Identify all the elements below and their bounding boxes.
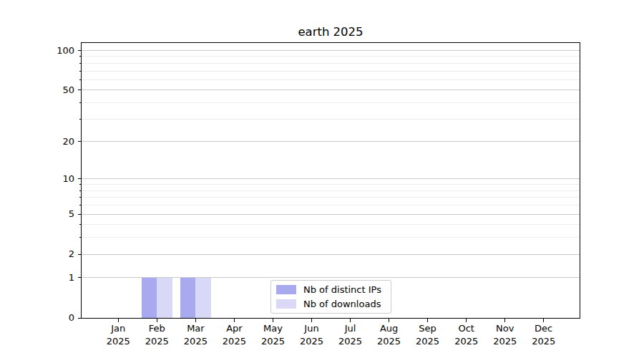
legend-swatch-distinct-ips xyxy=(276,285,296,294)
y-tick-label: 5 xyxy=(24,209,74,219)
y-tick-mark xyxy=(78,50,82,51)
y-tick-mark xyxy=(78,141,82,142)
x-tick-month: Dec xyxy=(521,322,567,335)
legend-swatch-downloads xyxy=(276,299,296,309)
bar-distinct-ips-mar xyxy=(180,278,196,318)
y-minor-tick-mark xyxy=(79,119,82,120)
gridline-minor xyxy=(82,197,580,198)
y-tick-mark xyxy=(78,214,82,215)
legend-item: Nb of distinct IPs xyxy=(276,284,391,296)
gridline-minor xyxy=(82,184,580,185)
x-tick-label-dec: Dec2025 xyxy=(521,322,567,347)
gridline-minor xyxy=(82,102,580,103)
y-minor-tick-mark xyxy=(79,102,82,103)
gridline-minor xyxy=(82,237,580,238)
y-minor-tick-mark xyxy=(79,237,82,238)
gridline-minor xyxy=(82,63,580,64)
gridline-minor xyxy=(82,119,580,120)
y-minor-tick-mark xyxy=(79,71,82,72)
y-tick-mark xyxy=(78,90,82,90)
gridline-minor xyxy=(82,190,580,191)
bar-distinct-ips-feb xyxy=(142,278,157,318)
chart-title: earth 2025 xyxy=(82,25,580,39)
y-minor-tick-mark xyxy=(79,205,82,205)
gridline-major xyxy=(82,90,580,90)
gridline-major xyxy=(82,141,580,142)
plot-area xyxy=(81,42,580,319)
gridline-major xyxy=(82,50,580,51)
y-tick-label: 10 xyxy=(24,174,74,184)
gridline-minor xyxy=(82,205,580,205)
bar-downloads-mar xyxy=(195,278,211,318)
x-tick-year: 2025 xyxy=(521,335,567,348)
y-tick-label: 50 xyxy=(24,85,74,95)
gridline-minor xyxy=(82,71,580,72)
y-tick-mark xyxy=(78,254,82,255)
y-tick-label: 0 xyxy=(24,313,74,323)
y-tick-mark xyxy=(78,178,82,179)
y-minor-tick-mark xyxy=(79,197,82,198)
legend: Nb of distinct IPsNb of downloads xyxy=(270,280,391,314)
legend-label: Nb of downloads xyxy=(303,299,381,309)
gridline-minor xyxy=(82,224,580,225)
y-tick-label: 1 xyxy=(24,273,74,283)
y-tick-mark xyxy=(78,277,82,278)
y-tick-label: 100 xyxy=(24,46,74,56)
legend-label: Nb of distinct IPs xyxy=(303,284,381,295)
gridline-major xyxy=(82,178,580,179)
y-minor-tick-mark xyxy=(79,79,82,80)
gridline-minor xyxy=(82,79,580,80)
y-tick-label: 20 xyxy=(24,137,74,147)
y-minor-tick-mark xyxy=(79,63,82,64)
y-minor-tick-mark xyxy=(79,224,82,225)
y-tick-mark xyxy=(78,318,82,319)
gridline-major xyxy=(82,214,580,215)
bar-downloads-feb xyxy=(157,278,172,318)
y-minor-tick-mark xyxy=(79,190,82,191)
gridline-minor xyxy=(82,56,580,57)
legend-item: Nb of downloads xyxy=(276,298,391,310)
y-minor-tick-mark xyxy=(79,184,82,185)
gridline-major xyxy=(82,254,580,255)
y-tick-label: 2 xyxy=(24,249,74,259)
figure: earth 2025 Nb of distinct IPsNb of downl… xyxy=(0,0,644,358)
y-minor-tick-mark xyxy=(79,56,82,57)
